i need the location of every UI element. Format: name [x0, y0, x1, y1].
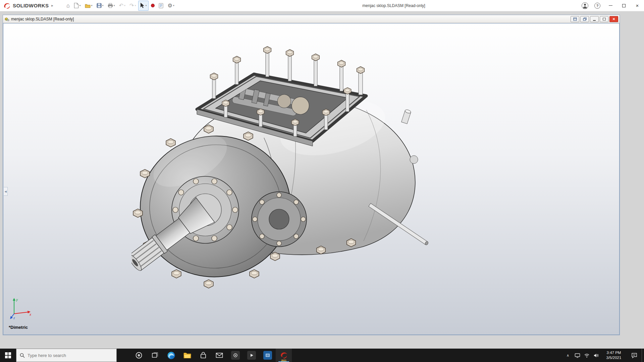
options-gear-icon: ⚙ — [167, 3, 172, 8]
triad-y-label: y — [16, 298, 18, 302]
record-macro-button[interactable] — [149, 1, 156, 11]
pinned-app-photos-button[interactable] — [227, 349, 244, 362]
tray-overflow-button[interactable]: ∧ — [563, 349, 573, 362]
solidworks-brand-text: SOLIDWORKS — [13, 3, 49, 8]
save-caret-icon[interactable]: ▾ — [102, 4, 104, 7]
solidworks-taskbar-icon — [280, 352, 288, 359]
quick-access-toolbar: ⌂ ▾ ▾ ▾ — [65, 1, 176, 11]
file-explorer-button[interactable] — [179, 349, 195, 362]
taskbar-clock[interactable]: 3:47 PM 3/5/2021 — [601, 350, 627, 360]
speaker-icon — [593, 353, 599, 358]
orientation-triad: y x z — [9, 296, 34, 320]
new-document-caret-icon[interactable]: ▾ — [79, 4, 81, 7]
open-folder-icon — [85, 3, 91, 8]
photos-app-icon — [231, 351, 240, 360]
home-button[interactable]: ⌂ — [65, 1, 71, 11]
redo-icon: ↷ — [129, 3, 134, 8]
tile-windows-icon — [573, 17, 577, 21]
start-button[interactable] — [0, 349, 16, 362]
doc-close-icon: × — [612, 17, 615, 21]
pinned-app-media-button[interactable] — [244, 349, 260, 362]
action-center-icon — [631, 353, 637, 358]
redo-button[interactable]: ↷ ▾ — [128, 1, 138, 11]
triad-x-label: x — [29, 313, 32, 316]
doc-tile-button[interactable] — [571, 16, 579, 22]
tray-volume-button[interactable] — [591, 349, 601, 362]
undo-button[interactable]: ↶ ▾ — [117, 1, 127, 11]
minimize-icon — [609, 5, 612, 6]
solidworks-logo: SOLIDWORKS ▸ — [0, 2, 56, 9]
doc-restore-icon — [603, 18, 606, 20]
solidworks-logo-icon — [3, 2, 11, 9]
search-icon — [20, 353, 25, 358]
graphics-viewport[interactable]: ◀ — [3, 23, 620, 335]
store-button[interactable] — [195, 349, 211, 362]
document-titlebar[interactable]: menjac sklop.SLDASM [Read-only] × — [3, 15, 620, 23]
panel-collapse-handle[interactable]: ◀ — [4, 187, 8, 196]
file-properties-icon — [159, 3, 163, 8]
record-macro-icon — [151, 4, 155, 7]
solidworks-taskbar-button[interactable]: 2021 — [276, 349, 292, 362]
help-icon[interactable]: ? — [594, 3, 600, 9]
window-controls: ? × — [579, 0, 644, 11]
options-caret-icon[interactable]: ▾ — [173, 4, 174, 7]
search-input[interactable] — [28, 353, 105, 358]
new-document-button[interactable]: ▾ — [72, 1, 83, 11]
cortana-button[interactable] — [131, 349, 147, 362]
brand-expand-arrow-icon[interactable]: ▸ — [51, 3, 53, 8]
taskbar-search[interactable] — [16, 349, 117, 362]
print-button[interactable]: ▾ — [106, 1, 117, 11]
open-button[interactable]: ▾ — [83, 1, 94, 11]
system-tray: ∧ 3:47 PM 3/5/2021 — [563, 349, 644, 362]
edge-button[interactable] — [163, 349, 179, 362]
doc-cascade-button[interactable] — [580, 16, 589, 22]
3d-model-gearbox[interactable] — [131, 39, 447, 300]
app-maximize-button[interactable] — [617, 0, 631, 11]
application-titlebar: SOLIDWORKS ▸ ⌂ ▾ ▾ ▾ — [0, 0, 644, 11]
select-tool-button[interactable]: ▾ — [138, 1, 149, 11]
clock-date: 3/5/2021 — [601, 355, 627, 360]
close-icon: × — [636, 3, 639, 8]
cascade-windows-icon — [583, 17, 587, 21]
triad-z-label: z — [13, 316, 15, 320]
view-orientation-label: *Dimetric — [9, 325, 28, 330]
options-button[interactable]: ⚙ ▾ — [166, 1, 176, 11]
tray-network-button[interactable] — [582, 349, 591, 362]
select-arrow-icon — [140, 3, 145, 8]
select-tool-caret-icon[interactable]: ▾ — [145, 4, 147, 7]
doc-close-button[interactable]: × — [609, 16, 618, 22]
task-view-button[interactable] — [147, 349, 163, 362]
mail-icon — [215, 352, 223, 359]
doc-restore-button[interactable] — [600, 16, 608, 22]
store-icon — [200, 352, 207, 359]
tray-display-button[interactable] — [573, 349, 582, 362]
doc-minimize-button[interactable] — [590, 16, 599, 22]
task-view-icon — [151, 352, 159, 359]
secondary-cover — [252, 192, 307, 247]
account-icon[interactable] — [582, 2, 588, 9]
save-button[interactable]: ▾ — [95, 1, 105, 11]
document-title: menjac sklop.SLDASM [Read-only] — [11, 17, 74, 21]
redo-caret-icon: ▾ — [135, 4, 136, 7]
app-minimize-button[interactable] — [604, 0, 617, 11]
save-icon — [97, 3, 102, 8]
maximize-icon — [622, 4, 626, 7]
mail-button[interactable] — [211, 349, 227, 362]
print-caret-icon[interactable]: ▾ — [114, 4, 115, 7]
media-player-app-icon — [247, 351, 256, 360]
application-title: menjac sklop.SLDASM [Read-only] — [362, 3, 425, 8]
windows-logo-icon — [5, 352, 11, 358]
file-properties-button[interactable] — [157, 1, 165, 11]
document-window: menjac sklop.SLDASM [Read-only] × ◀ — [3, 15, 620, 335]
open-caret-icon[interactable]: ▾ — [91, 4, 93, 7]
app-close-button[interactable]: × — [631, 0, 644, 11]
action-center-button[interactable] — [627, 349, 642, 362]
pinned-app-movies-button[interactable] — [260, 349, 276, 362]
display-icon — [575, 353, 580, 358]
wifi-icon — [584, 353, 590, 358]
chevron-up-icon: ∧ — [567, 353, 569, 358]
edge-icon — [167, 351, 175, 360]
document-window-controls: × — [570, 16, 618, 22]
clock-time: 3:47 PM — [601, 350, 627, 355]
show-desktop-button[interactable] — [642, 349, 644, 362]
